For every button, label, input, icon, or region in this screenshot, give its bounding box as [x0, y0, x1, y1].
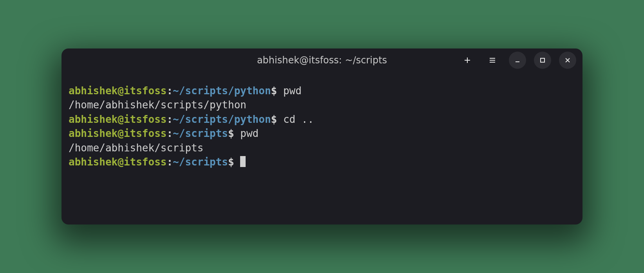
- prompt-command: pwd: [283, 85, 302, 97]
- prompt-command: cd ..: [283, 113, 314, 125]
- svg-rect-6: [541, 58, 545, 62]
- prompt-user-host: abhishek@itsfoss: [69, 113, 166, 125]
- prompt-dollar: $: [271, 113, 283, 125]
- terminal-line: abhishek@itsfoss:~/scripts$: [69, 155, 575, 169]
- prompt-user-host: abhishek@itsfoss: [69, 128, 166, 139]
- close-icon: [564, 56, 572, 64]
- output-text: /home/abhishek/scripts: [69, 142, 203, 154]
- prompt-user-host: abhishek@itsfoss: [69, 85, 166, 97]
- prompt-colon: :: [166, 85, 173, 97]
- terminal-body[interactable]: abhishek@itsfoss:~/scripts/python$ pwd/h…: [62, 72, 582, 225]
- terminal-line: abhishek@itsfoss:~/scripts$ pwd: [69, 126, 575, 140]
- terminal-line: abhishek@itsfoss:~/scripts/python$ pwd: [69, 84, 575, 98]
- terminal-line: abhishek@itsfoss:~/scripts/python$ cd ..: [69, 112, 575, 126]
- output-text: /home/abhishek/scripts/python: [69, 99, 246, 111]
- terminal-line: /home/abhishek/scripts/python: [69, 98, 575, 112]
- new-tab-button[interactable]: [459, 52, 476, 69]
- prompt-colon: :: [166, 128, 173, 139]
- title-controls: [459, 52, 576, 69]
- prompt-path: ~/scripts/python: [173, 113, 271, 125]
- maximize-button[interactable]: [534, 52, 551, 69]
- hamburger-icon: [488, 56, 496, 64]
- prompt-path: ~/scripts/python: [173, 85, 271, 97]
- close-button[interactable]: [559, 52, 576, 69]
- prompt-colon: :: [166, 113, 173, 125]
- prompt-command: pwd: [240, 128, 259, 139]
- maximize-icon: [539, 56, 546, 64]
- prompt-dollar: $: [228, 156, 240, 168]
- minimize-button[interactable]: [509, 52, 526, 69]
- prompt-path: ~/scripts: [173, 156, 228, 168]
- plus-icon: [463, 56, 471, 64]
- prompt-dollar: $: [271, 85, 283, 97]
- title-bar: abhishek@itsfoss: ~/scripts: [62, 48, 582, 72]
- terminal-window: abhishek@itsfoss: ~/scripts abhishek@its…: [62, 48, 582, 225]
- prompt-user-host: abhishek@itsfoss: [69, 156, 166, 168]
- terminal-line: /home/abhishek/scripts: [69, 141, 575, 155]
- minimize-icon: [514, 56, 521, 64]
- cursor-icon: [240, 156, 246, 167]
- prompt-colon: :: [166, 156, 173, 168]
- menu-button[interactable]: [484, 52, 501, 69]
- window-title: abhishek@itsfoss: ~/scripts: [257, 55, 387, 66]
- prompt-path: ~/scripts: [173, 128, 228, 139]
- prompt-dollar: $: [228, 128, 240, 139]
